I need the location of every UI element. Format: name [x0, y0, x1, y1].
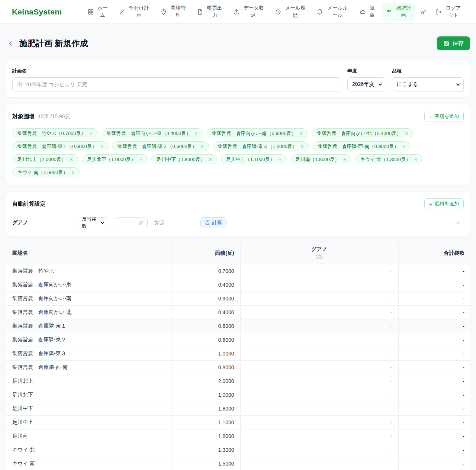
variety-label: 品種: [392, 68, 464, 74]
field-tag: キウイ 北（1.3000反）×: [355, 154, 422, 164]
cell-area: 1.8000: [172, 402, 240, 416]
remove-tag-icon[interactable]: ×: [70, 157, 73, 162]
add-field-button[interactable]: + 圃場を追加: [424, 111, 464, 122]
remove-tag-icon[interactable]: ×: [405, 131, 408, 136]
add-fertilizer-button[interactable]: + 肥料を追加: [424, 198, 464, 209]
cell-total: -: [398, 402, 470, 416]
nav-label: 気象: [369, 5, 375, 18]
nav-item-mail-rules[interactable]: メールルール: [313, 3, 353, 20]
field-tag: 足川中上（1.1000反）×: [221, 154, 287, 164]
cell-area: 2.0000: [172, 374, 240, 388]
nav-item-logout[interactable]: ログアウト: [432, 3, 465, 20]
nav-item-fertilization-plan[interactable]: 施肥計画: [382, 3, 415, 20]
remove-tag-icon[interactable]: ×: [402, 144, 405, 149]
cell-guano: -: [240, 443, 398, 457]
nav-item-field-management[interactable]: 圃場管理: [157, 3, 190, 20]
nav-label: 施肥計画: [395, 5, 412, 18]
main-content: 施肥計画 新規作成 保存 計画名 年度 2026年度 品種 にこまる: [0, 36, 476, 470]
remove-tag-icon[interactable]: ×: [200, 144, 203, 149]
col-header-total-bags: 合計袋数: [398, 242, 470, 264]
main-nav: ホーム 作付け計画 圃場管理 帳票出力 データ取込: [84, 3, 465, 20]
calc-mode-select[interactable]: 反当袋数: [78, 217, 107, 228]
remove-tag-icon[interactable]: ×: [279, 157, 282, 162]
nav-label: データ取込: [243, 5, 264, 18]
calculate-button[interactable]: 計算: [200, 217, 226, 228]
cell-total: -: [398, 333, 470, 347]
calc-result-table-card: 圃場名 面積(反) グアノ (袋) 合計袋数 集落営農 竹やぶ0.7000-- …: [6, 242, 470, 470]
remove-tag-icon[interactable]: ×: [414, 157, 417, 162]
remove-tag-icon[interactable]: ×: [300, 131, 303, 136]
field-tag-label: 集落営農 倉庫隣-東１（0.6000反）: [17, 143, 97, 150]
cell-field-name: 足川中下: [6, 402, 172, 416]
year-label: 年度: [347, 68, 386, 74]
field-tag: 集落営農 竹やぶ（0.7000反）×: [12, 128, 98, 138]
cell-field-name: 足川北下: [6, 388, 172, 402]
remove-tag-icon[interactable]: ×: [89, 131, 92, 136]
remove-tag-icon[interactable]: ×: [194, 131, 197, 136]
cell-total: -: [398, 278, 470, 292]
field-tag-label: 足川北上（2.0000反）: [17, 156, 66, 163]
table-row: 足川中上1.1000--: [6, 416, 470, 429]
variety-select[interactable]: にこまる: [392, 77, 464, 91]
cell-area: 0.4000: [172, 306, 240, 319]
back-chevron-icon[interactable]: [7, 40, 14, 47]
cell-field-name: 集落営農 竹やぶ: [6, 264, 172, 278]
nav-label: メールルール: [326, 5, 349, 18]
nav-item-weather[interactable]: 気象: [356, 3, 379, 20]
calc-value-input[interactable]: [115, 217, 148, 228]
cell-field-name: キウイ 南: [6, 457, 172, 470]
cell-area: 1.3000: [172, 443, 240, 457]
table-row: 集落営農 倉庫隣-西-南0.8000--: [6, 361, 470, 374]
nav-item-mail-history[interactable]: メール履歴: [271, 3, 309, 20]
save-floppy-icon: [443, 40, 450, 46]
remove-fertilizer-icon[interactable]: ×: [456, 219, 460, 227]
cloud-icon: [360, 9, 366, 15]
nav-item-api-key[interactable]: [419, 6, 428, 17]
nav-label: 圃場管理: [170, 5, 186, 18]
cell-area: 1.0000: [172, 347, 240, 361]
target-fields-count: 15筆 /15.90反: [38, 113, 70, 119]
plan-info-card: 計画名 年度 2026年度 品種 にこまる: [6, 60, 470, 98]
cell-area: 0.9000: [172, 292, 240, 306]
target-fields-card: 対象圃場15筆 /15.90反 + 圃場を追加 集落営農 竹やぶ（0.7000反…: [6, 104, 470, 185]
cell-field-name: キウイ 北: [6, 443, 172, 457]
variety-select-value: にこまる: [392, 77, 464, 91]
cell-area: 1.0000: [172, 388, 240, 402]
add-fertilizer-button-label: 肥料を追加: [435, 200, 459, 207]
cell-total: -: [398, 388, 470, 402]
calculate-button-label: 計算: [212, 219, 222, 226]
remove-tag-icon[interactable]: ×: [343, 157, 346, 162]
remove-tag-icon[interactable]: ×: [301, 144, 304, 149]
remove-tag-icon[interactable]: ×: [100, 144, 103, 149]
field-tag-label: 集落営農 倉庫向かい-北（0.4000反）: [317, 130, 401, 137]
cell-area: 0.7000: [172, 264, 240, 278]
wheat-icon: [119, 9, 125, 15]
plan-name-input[interactable]: [12, 77, 341, 91]
auto-calc-card: 自動計算設定 + 肥料を追加 グアノ 反当袋数 袋/反 計算 ×: [6, 191, 470, 236]
key-icon: [420, 9, 427, 15]
cell-guano: -: [240, 306, 398, 319]
cell-field-name: 足川北上: [6, 374, 172, 388]
app-logo[interactable]: KeinaSystem: [12, 7, 62, 16]
cell-guano: -: [240, 457, 398, 470]
remove-tag-icon[interactable]: ×: [139, 157, 142, 162]
nav-item-home[interactable]: ホーム: [84, 3, 112, 20]
save-button[interactable]: 保存: [437, 36, 470, 50]
cell-guano: -: [240, 402, 398, 416]
field-tag-label: 集落営農 倉庫向かい-東（0.4000反）: [107, 130, 191, 137]
table-row: キウイ 南1.5000--: [6, 457, 470, 470]
home-grid-icon: [87, 9, 94, 15]
remove-tag-icon[interactable]: ×: [71, 170, 74, 175]
field-tag: 集落営農 倉庫向かい-北（0.4000反）×: [312, 128, 413, 138]
nav-item-report-output[interactable]: 帳票出力: [193, 3, 226, 20]
nav-item-planting-plan[interactable]: 作付け計画: [115, 3, 153, 20]
field-tag: 集落営農 倉庫隣-東２（0.6000反）×: [112, 141, 209, 151]
cell-guano: -: [240, 416, 398, 429]
remove-tag-icon[interactable]: ×: [209, 157, 212, 162]
year-select[interactable]: 2026年度: [347, 77, 386, 91]
cell-area: 0.6000: [172, 333, 240, 347]
target-fields-title: 対象圃場: [12, 113, 35, 119]
field-tag: 足川北上（2.0000反）×: [12, 154, 78, 164]
field-tag-label: 集落営農 倉庫向かい-南（0.9000反）: [212, 130, 296, 137]
nav-item-data-import[interactable]: データ取込: [230, 3, 268, 20]
